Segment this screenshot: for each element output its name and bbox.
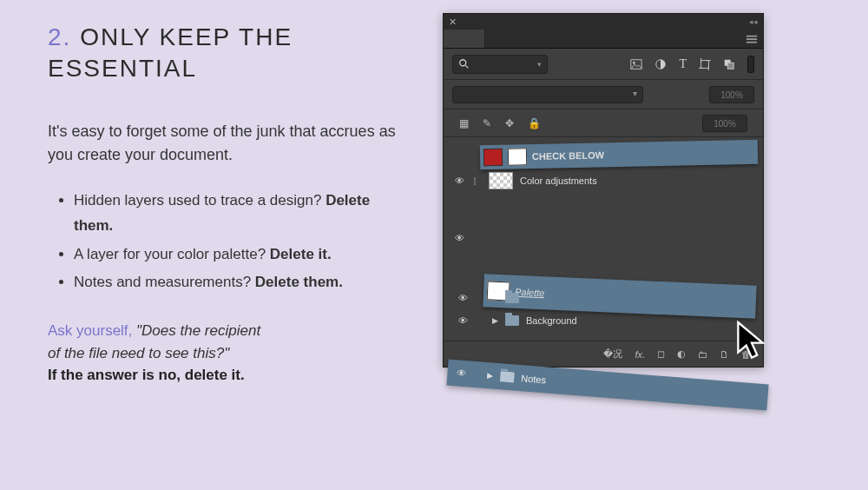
title-text: ONLY KEEP THE ESSENTIAL <box>48 23 293 82</box>
panel-tabs <box>444 30 763 49</box>
expand-arrow-icon[interactable]: ▶ <box>487 371 494 381</box>
bullet-item: A layer for your color palette? Delete i… <box>74 242 412 268</box>
blend-mode-dropdown[interactable] <box>452 86 643 103</box>
layer-list: CHECK BELOW 👁 ⁞ Color adjustments 👁 Pale… <box>444 137 763 341</box>
toolbar-row-1: ▾ T <box>444 49 763 80</box>
lock-transparent-icon[interactable]: ▦ <box>459 117 469 129</box>
adjustment-icon[interactable] <box>654 58 667 70</box>
bullet-list: Hidden layers used to trace a design? De… <box>48 189 412 296</box>
lock-move-icon[interactable]: ✥ <box>505 117 514 129</box>
layer-thumbnail <box>508 148 527 165</box>
layer-name: Palette <box>515 287 545 298</box>
layer-row-coloradj[interactable]: 👁 ⁞ Color adjustments <box>452 169 754 193</box>
title-number: 2. <box>48 23 71 50</box>
ask-label: Ask yourself, <box>48 322 136 339</box>
image-icon[interactable] <box>630 58 642 70</box>
bullet-item: Notes and measurements? Delete them. <box>74 270 412 295</box>
folder-icon <box>505 293 519 303</box>
visibility-icon[interactable]: 👁 <box>452 175 466 186</box>
visibility-icon[interactable]: 👁 <box>454 368 469 379</box>
search-icon <box>458 58 470 70</box>
layer-name: Notes <box>521 373 547 385</box>
ask-quote: of the file need to see this?" <box>48 345 229 361</box>
panel-options-icon[interactable] <box>746 33 758 45</box>
layer-effects-icon[interactable]: fx. <box>635 349 645 360</box>
folder-icon <box>505 315 519 326</box>
smartobject-icon[interactable] <box>723 58 735 70</box>
fill-field[interactable]: 100% <box>702 115 747 132</box>
layer-name: Background <box>526 315 577 326</box>
ask-block: Ask yourself, "Does the recipient of the… <box>48 320 412 387</box>
layer-color-swatch <box>483 149 503 166</box>
svg-point-3 <box>634 61 636 63</box>
toolbar-row-2: 100% <box>444 80 763 109</box>
lock-brush-icon[interactable]: ✎ <box>483 117 491 129</box>
close-icon[interactable]: ✕ <box>449 17 457 28</box>
adjustment-layer-icon[interactable]: ◐ <box>677 348 686 360</box>
color-swatch[interactable] <box>747 56 754 73</box>
bullet-item: Hidden layers used to trace a design? De… <box>74 189 412 239</box>
intro-paragraph: It's easy to forget some of the junk tha… <box>48 120 412 167</box>
lock-all-icon[interactable]: 🔒 <box>528 117 541 129</box>
expand-arrow-icon[interactable]: ▶ <box>492 316 498 325</box>
layer-name: Color adjustments <box>520 175 597 186</box>
cursor-icon <box>735 320 768 363</box>
visibility-icon[interactable]: 👁 <box>456 293 470 303</box>
ask-answer: If the answer is no, delete it. <box>48 367 245 383</box>
visibility-icon[interactable]: 👁 <box>452 233 466 243</box>
panel-tab[interactable] <box>444 30 485 48</box>
layer-row-check[interactable]: CHECK BELOW <box>480 140 759 170</box>
visibility-icon[interactable]: 👁 <box>456 315 470 326</box>
slide-title: 2. ONLY KEEP THE ESSENTIAL <box>48 22 412 85</box>
layer-mask-icon[interactable]: ◻ <box>657 348 665 360</box>
svg-rect-5 <box>701 60 709 68</box>
folder-icon <box>500 371 515 382</box>
svg-rect-11 <box>727 63 733 69</box>
link-icon: ⁞ <box>473 175 482 188</box>
svg-point-0 <box>460 59 466 65</box>
panel-menu-icon[interactable]: ◂◂ <box>749 17 758 26</box>
layers-panel: ✕ ◂◂ ▾ T 100% ▦ ✎ ✥ 🔒 100% <box>443 13 764 368</box>
layer-search[interactable]: ▾ <box>452 55 548 74</box>
type-icon[interactable]: T <box>679 57 687 71</box>
toolbar-row-3: ▦ ✎ ✥ 🔒 100% <box>444 109 763 137</box>
ask-quote: "Does the recipient <box>136 322 260 339</box>
opacity-field[interactable]: 100% <box>709 86 754 103</box>
layer-name: CHECK BELOW <box>532 149 604 162</box>
crop-icon[interactable] <box>699 58 711 70</box>
new-layer-icon[interactable]: 🗋 <box>720 349 729 360</box>
new-group-icon[interactable]: 🗀 <box>698 349 707 360</box>
panel-titlebar: ✕ ◂◂ <box>444 14 763 30</box>
svg-line-1 <box>465 64 469 68</box>
layer-thumbnail <box>489 172 513 189</box>
link-layers-icon[interactable]: �况 <box>603 348 622 361</box>
